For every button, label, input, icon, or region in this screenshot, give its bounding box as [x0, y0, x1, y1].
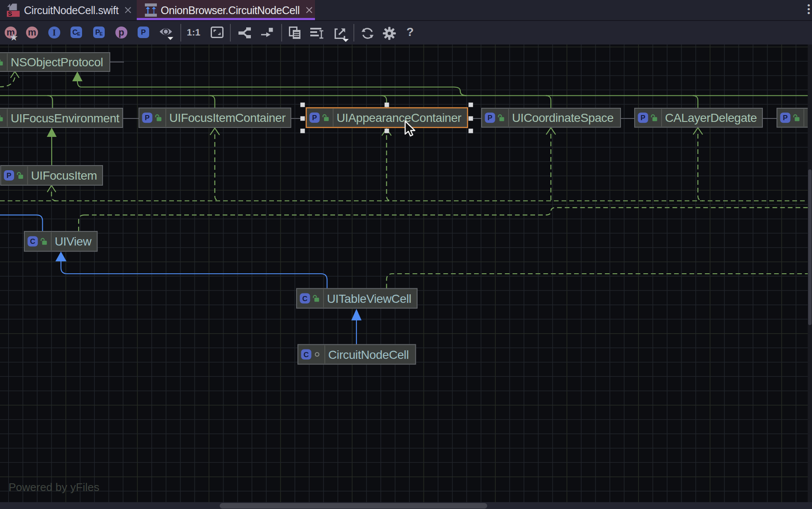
svg-text:UIView: UIView [55, 235, 92, 248]
svg-text:P: P [6, 172, 11, 180]
svg-text:UIAppearanceContainer: UIAppearanceContainer [337, 111, 462, 124]
svg-text:C: C [30, 237, 35, 246]
svg-text:S: S [8, 10, 12, 17]
svg-text:UITableViewCell: UITableViewCell [327, 292, 411, 305]
svg-text:CircuitNodeCell: CircuitNodeCell [328, 348, 409, 361]
svg-text:UIFocusItem: UIFocusItem [31, 169, 97, 182]
svg-text:UIFocusEnvironment: UIFocusEnvironment [11, 112, 120, 125]
svg-text:UIFocusItemContainer: UIFocusItemContainer [169, 111, 285, 124]
svg-text:UICoordinateSpace: UICoordinateSpace [512, 111, 614, 124]
svg-text:P: P [641, 114, 645, 122]
svg-text:C: C [303, 351, 309, 359]
svg-text:P: P [783, 114, 788, 122]
svg-text:P: P [488, 114, 492, 122]
svg-text:P: P [145, 114, 150, 122]
svg-text:NSObjectProtocol: NSObjectProtocol [11, 56, 103, 69]
svg-text:P: P [312, 114, 317, 122]
svg-text:CALayerDelegate: CALayerDelegate [665, 111, 757, 124]
svg-text:C: C [302, 295, 307, 303]
svg-text:Powered by yFiles: Powered by yFiles [9, 481, 99, 494]
